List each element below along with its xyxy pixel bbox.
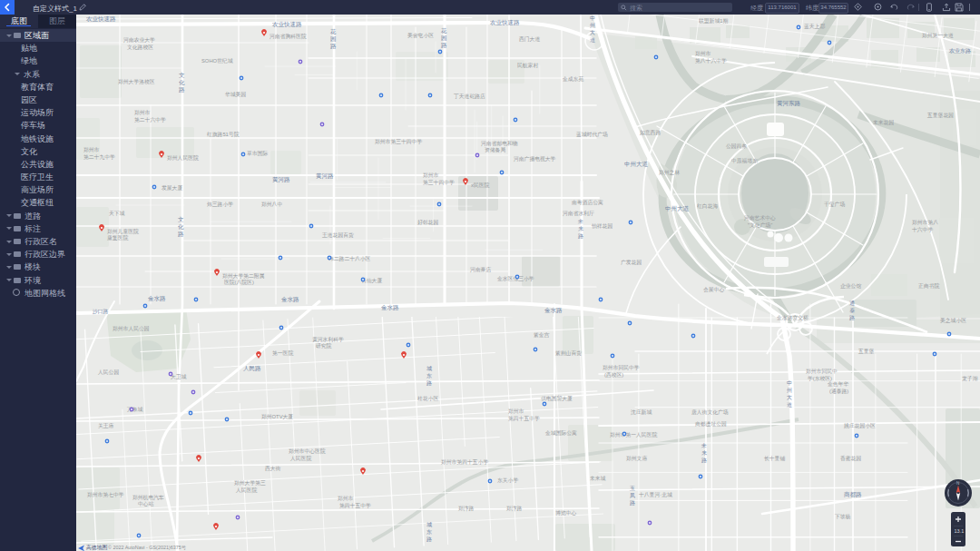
svg-text:路: 路 — [426, 536, 432, 543]
svg-text:大卫城: 大卫城 — [171, 373, 187, 379]
svg-text:城: 城 — [426, 522, 432, 527]
svg-text:13.1: 13.1 — [955, 528, 965, 534]
svg-text:关王庙: 关王庙 — [98, 422, 114, 428]
svg-text:南粤酒店公寓: 南粤酒店公寓 — [572, 200, 603, 206]
svg-text:花: 花 — [440, 27, 447, 34]
svg-text:郑州OTV大厦: 郑州OTV大厦 — [261, 414, 293, 420]
svg-text:路: 路 — [330, 43, 337, 50]
svg-text:郑州市第四十五小学: 郑州市第四十五小学 — [441, 459, 488, 466]
svg-text:凤: 凤 — [630, 493, 635, 498]
svg-text:桂花小区: 桂花小区 — [416, 395, 438, 402]
svg-text:五里堡: 五里堡 — [858, 348, 875, 354]
svg-text:广发花园: 广发花园 — [621, 259, 642, 266]
svg-text:高德地图: 高德地图 — [86, 544, 107, 551]
svg-text:郑州市回民中学: 郑州市回民中学 — [603, 365, 640, 371]
svg-text:美之城小区: 美之城小区 — [940, 317, 966, 324]
svg-text:郑州市中心医院: 郑州市中心医院 — [289, 448, 326, 455]
svg-text:紫荆山百货: 紫荆山百货 — [555, 350, 582, 357]
svg-text:"文化广场": "文化广场" — [748, 222, 772, 229]
svg-text:郑州第一大道: 郑州第一大道 — [922, 33, 954, 38]
svg-text:园: 园 — [441, 34, 447, 41]
svg-text:N: N — [956, 481, 959, 486]
svg-text:文: 文 — [178, 216, 184, 222]
svg-text:郑汴路: 郑汴路 — [458, 506, 475, 512]
svg-text:未: 未 — [701, 443, 707, 448]
svg-text:第八十六中学: 第八十六中学 — [695, 58, 727, 64]
svg-text:农业快速路: 农业快速路 — [271, 21, 302, 28]
svg-text:郑州市第三十四中学: 郑州市第三十四中学 — [375, 139, 422, 145]
svg-text:蓝天上郡: 蓝天上郡 — [804, 23, 825, 30]
svg-text:未: 未 — [577, 219, 583, 224]
svg-text:郑州市人民公园: 郑州市人民公园 — [113, 326, 150, 332]
svg-text:草市国际: 草市国际 — [247, 150, 268, 157]
svg-text:金水路: 金水路 — [281, 296, 299, 303]
svg-text:(通泰路): (通泰路) — [829, 388, 848, 395]
svg-text:沙口路: 沙口路 — [93, 309, 109, 315]
svg-text:河南艺术中心: 河南艺术中心 — [744, 215, 776, 221]
svg-text:中: 中 — [590, 15, 595, 21]
svg-text:郑州市: 郑州市 — [508, 408, 524, 414]
svg-text:唐人街文化广场: 唐人街文化广场 — [691, 409, 729, 416]
svg-text:郑州市: 郑州市 — [134, 110, 151, 115]
svg-text:© 2022 AutoNavi - GS(2021)6375: © 2022 AutoNavi - GS(2021)6375号 — [108, 545, 187, 550]
svg-text:中州大道: 中州大道 — [624, 161, 649, 167]
svg-text:农业快速路: 农业快速路 — [489, 19, 520, 26]
svg-text:郑州市: 郑州市 — [83, 147, 100, 153]
svg-text:路: 路 — [178, 231, 184, 238]
svg-text:商都遗址公园: 商都遗址公园 — [695, 421, 727, 428]
svg-text:十六中学: 十六中学 — [912, 227, 933, 232]
svg-text:蓝城时代广场: 蓝城时代广场 — [576, 132, 608, 138]
svg-text:医院(八院区): 医院(八院区) — [224, 279, 254, 286]
svg-text:华城美园: 华城美园 — [225, 91, 246, 98]
svg-text:路: 路 — [426, 380, 432, 387]
svg-text:十八里河·北城: 十八里河·北城 — [639, 492, 672, 498]
svg-text:(西校区): (西校区) — [604, 371, 623, 379]
svg-text:五里堡花园: 五里堡花园 — [926, 112, 954, 119]
svg-text:金水路: 金水路 — [148, 295, 166, 302]
svg-text:千玺广场: 千玺广场 — [824, 202, 845, 208]
svg-text:东: 东 — [426, 372, 432, 379]
svg-text:中: 中 — [787, 380, 792, 386]
svg-text:西门大道: 西门大道 — [519, 35, 540, 43]
svg-text:人民医院: 人民医院 — [235, 487, 257, 494]
svg-text:黄河路: 黄河路 — [272, 176, 290, 183]
svg-text:郑汴路: 郑汴路 — [506, 506, 523, 512]
svg-text:郑州八中: 郑州八中 — [261, 202, 282, 207]
svg-text:东关小学: 东关小学 — [497, 477, 518, 483]
svg-text:东: 东 — [426, 528, 432, 535]
svg-text:未来花园: 未来花园 — [873, 120, 894, 126]
svg-text:河南广播电视大学: 河南广播电视大学 — [514, 155, 556, 162]
svg-text:路: 路 — [179, 86, 185, 93]
svg-text:民航家村: 民航家村 — [517, 63, 538, 69]
svg-text:金城国际公寓: 金城国际公寓 — [545, 429, 577, 437]
svg-text:来: 来 — [578, 226, 583, 231]
svg-text:大: 大 — [590, 29, 595, 35]
svg-text:康复医院: 康复医院 — [107, 234, 128, 241]
svg-text:红旗路51号院: 红旗路51号院 — [207, 131, 240, 138]
svg-text:第四十五中学: 第四十五中学 — [508, 416, 540, 422]
svg-text:金色年华: 金色年华 — [828, 381, 848, 387]
svg-text:河南省水利厅: 河南省水利厅 — [563, 210, 594, 217]
svg-text:文化路校区: 文化路校区 — [127, 44, 153, 51]
svg-text:黄河路: 黄河路 — [316, 172, 334, 180]
svg-text:路: 路 — [701, 458, 707, 464]
svg-text:道: 道 — [787, 402, 792, 408]
svg-text:河南省邮电和物: 河南省邮电和物 — [481, 140, 518, 147]
svg-text:第二十九中学: 第二十九中学 — [83, 154, 115, 160]
svg-text:郑州人民医院: 郑州人民医院 — [167, 154, 199, 162]
svg-text:怡祥花园: 怡祥花园 — [591, 223, 612, 230]
svg-text:郑州儿童医院: 郑州儿童医院 — [107, 228, 139, 235]
svg-text:中州大道: 中州大道 — [665, 205, 690, 212]
svg-text:博览中心: 博览中心 — [555, 510, 576, 517]
svg-text:郑州之林: 郑州之林 — [659, 170, 680, 176]
svg-text:路: 路 — [849, 315, 855, 321]
svg-text:玉: 玉 — [630, 486, 635, 491]
svg-text:郑州大学第三: 郑州大学第三 — [234, 480, 266, 486]
svg-text:长十里铺: 长十里铺 — [764, 456, 785, 462]
svg-text:研究院: 研究院 — [316, 342, 332, 349]
svg-text:龙子湖: 龙子湖 — [962, 375, 978, 381]
svg-text:路: 路 — [578, 233, 583, 240]
svg-text:园: 园 — [330, 35, 337, 42]
svg-text:黄河东路: 黄河东路 — [777, 100, 801, 107]
svg-text:红白花海: 红白花海 — [697, 203, 718, 210]
